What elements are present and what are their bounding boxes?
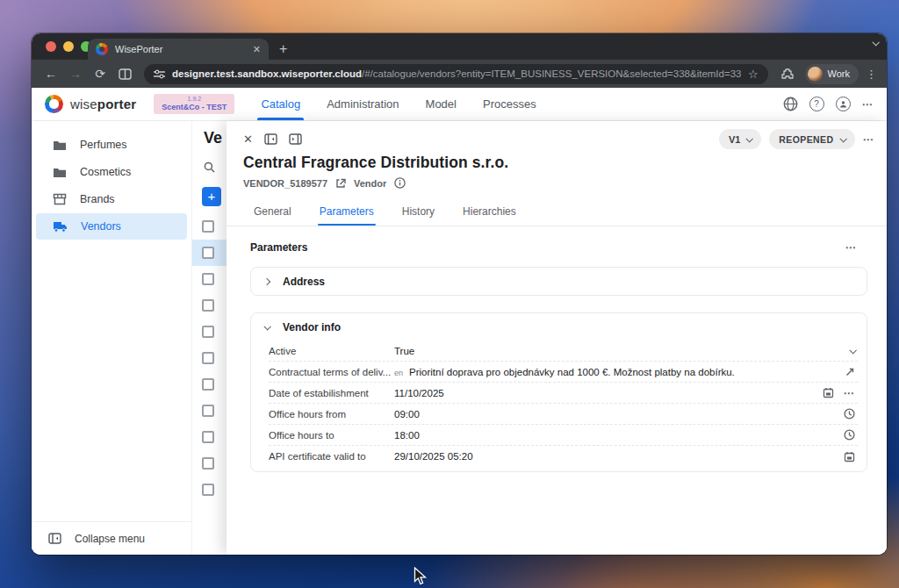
- section-more-icon[interactable]: ⋯: [845, 241, 858, 254]
- list-row[interactable]: [192, 319, 227, 345]
- checkbox[interactable]: [202, 405, 214, 417]
- nav-item-administration[interactable]: Administration: [327, 88, 399, 120]
- brand[interactable]: wiseporter: [45, 95, 136, 113]
- search-icon[interactable]: [192, 161, 227, 173]
- chevron-down-icon[interactable]: [849, 347, 856, 354]
- close-detail-icon[interactable]: ✕: [243, 133, 253, 146]
- sidebar-item-perfumes[interactable]: Perfumes: [36, 132, 187, 158]
- vendor-type-label[interactable]: Vendor: [354, 178, 386, 189]
- nav-item-processes[interactable]: Processes: [483, 88, 536, 120]
- url-text[interactable]: designer.test.sandbox.wiseporter.cloud/#…: [172, 68, 741, 79]
- row-more-icon[interactable]: ⋯: [844, 387, 856, 399]
- new-tab-button[interactable]: +: [279, 39, 287, 60]
- add-vendor-button[interactable]: +: [202, 187, 221, 206]
- checkbox[interactable]: [202, 326, 214, 338]
- address-group-card: Address: [250, 267, 867, 296]
- checkbox[interactable]: [202, 431, 214, 443]
- bookmark-star-icon[interactable]: ☆: [748, 68, 759, 81]
- sidebar-item-brands[interactable]: Brands: [36, 186, 187, 212]
- clock-icon[interactable]: [844, 429, 855, 441]
- tab-search-chevron-icon[interactable]: [872, 39, 879, 46]
- profile-chip[interactable]: Work: [805, 64, 859, 84]
- nav-item-catalog[interactable]: Catalog: [261, 88, 300, 120]
- checkbox[interactable]: [202, 484, 214, 496]
- list-row[interactable]: [192, 371, 227, 398]
- param-row-office-hours-from[interactable]: Office hours from 09:00: [269, 404, 858, 425]
- param-value[interactable]: 29/10/2025 05:20: [394, 451, 844, 462]
- parameters-content: Parameters ⋯ Address Vendor info: [227, 226, 887, 555]
- param-row-office-hours-to[interactable]: Office hours to 18:00: [269, 425, 858, 446]
- param-row-api-certificate-valid-to[interactable]: API certificate valid to 29/10/2025 05:2…: [269, 446, 858, 467]
- param-value[interactable]: True: [394, 346, 850, 356]
- info-icon[interactable]: [394, 177, 406, 189]
- site-settings-icon[interactable]: [154, 69, 165, 79]
- list-row[interactable]: [192, 345, 227, 371]
- version-badge[interactable]: V1: [719, 129, 761, 149]
- minimize-window-button[interactable]: [63, 41, 74, 52]
- dock-left-icon[interactable]: [264, 133, 277, 145]
- detail-more-icon[interactable]: ⋯: [863, 133, 875, 146]
- address-group-header[interactable]: Address: [251, 268, 867, 295]
- list-row[interactable]: [192, 292, 227, 319]
- reading-list-icon[interactable]: [114, 68, 135, 80]
- collapse-panel-icon: [48, 533, 61, 544]
- close-window-button[interactable]: [46, 41, 56, 52]
- vendor-info-group-header[interactable]: Vendor info: [251, 313, 867, 341]
- sidebar-item-vendors[interactable]: Vendors: [36, 213, 187, 240]
- checkbox[interactable]: [202, 299, 214, 312]
- checkbox[interactable]: [202, 247, 214, 259]
- list-row[interactable]: [192, 398, 227, 424]
- collapse-menu-button[interactable]: Collapse menu: [32, 521, 191, 555]
- dock-right-icon[interactable]: [289, 133, 302, 145]
- nav-item-model[interactable]: Model: [426, 88, 457, 120]
- param-row-active[interactable]: Active True: [269, 341, 858, 362]
- avatar: [808, 67, 823, 82]
- refresh-button[interactable]: ⟳: [90, 67, 111, 81]
- forward-button[interactable]: →: [65, 67, 86, 81]
- checkbox[interactable]: [202, 457, 214, 470]
- account-icon[interactable]: [836, 97, 851, 111]
- tab-general[interactable]: General: [252, 200, 293, 226]
- wiseporter-logo-icon: [45, 95, 63, 113]
- back-button[interactable]: ←: [40, 67, 61, 81]
- calendar-icon[interactable]: [823, 387, 834, 398]
- param-value[interactable]: 09:00: [394, 409, 844, 419]
- url-bar[interactable]: designer.test.sandbox.wiseporter.cloud/#…: [144, 64, 768, 84]
- calendar-icon[interactable]: [844, 451, 855, 463]
- tab-history[interactable]: History: [400, 200, 436, 226]
- checkbox[interactable]: [202, 273, 214, 285]
- section-title: Parameters: [250, 241, 307, 254]
- globe-icon[interactable]: [783, 97, 798, 111]
- list-row[interactable]: [192, 450, 227, 477]
- browser-menu-icon[interactable]: ⋮: [866, 68, 878, 81]
- list-row[interactable]: [192, 477, 227, 503]
- status-badge[interactable]: REOPENED: [769, 129, 854, 149]
- param-value[interactable]: enPrioritní doprava pro objednávky nad 1…: [394, 367, 845, 377]
- browser-tab[interactable]: WisePorter ✕: [88, 39, 269, 60]
- profile-name: Work: [828, 68, 850, 79]
- tab-hierarchies[interactable]: Hierarchies: [461, 200, 518, 226]
- list-row[interactable]: [192, 424, 227, 450]
- list-row-selected[interactable]: [192, 240, 227, 266]
- param-label: Office hours from: [269, 409, 394, 419]
- param-row-contractual-terms[interactable]: Contractual terms of deliv... enPrioritn…: [269, 362, 858, 383]
- checkbox[interactable]: [202, 352, 214, 364]
- clock-icon[interactable]: [844, 408, 855, 419]
- list-row[interactable]: [192, 213, 227, 240]
- expand-icon[interactable]: [845, 367, 855, 377]
- checkbox[interactable]: [202, 378, 214, 391]
- param-row-date-of-establishment[interactable]: Date of estabilishment 11/10/2025 ⋯: [269, 383, 858, 404]
- extensions-icon[interactable]: [777, 68, 798, 80]
- tab-close-icon[interactable]: ✕: [253, 45, 261, 54]
- checkbox[interactable]: [202, 220, 214, 233]
- tab-parameters[interactable]: Parameters: [318, 200, 376, 226]
- header-more-icon[interactable]: ⋯: [862, 98, 874, 111]
- help-icon[interactable]: ?: [809, 97, 824, 111]
- param-value[interactable]: 18:00: [394, 430, 844, 441]
- param-value[interactable]: 11/10/2025: [394, 388, 823, 398]
- open-in-new-icon[interactable]: [335, 178, 346, 189]
- sidebar: Perfumes Cosmetics Brands Vendors Collap…: [32, 121, 191, 555]
- wiseporter-favicon: [96, 43, 108, 55]
- list-row[interactable]: [192, 266, 227, 292]
- sidebar-item-cosmetics[interactable]: Cosmetics: [36, 159, 187, 185]
